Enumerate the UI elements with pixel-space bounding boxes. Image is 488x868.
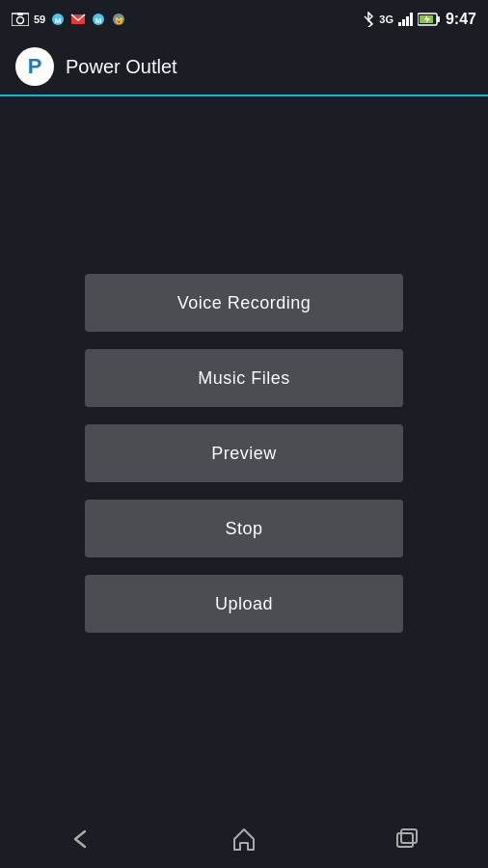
notification-icon-1: M (50, 13, 66, 26)
voice-recording-button[interactable]: Voice Recording (85, 274, 403, 332)
music-files-button[interactable]: Music Files (85, 349, 403, 407)
nav-bar (0, 810, 488, 868)
svg-text:😺: 😺 (115, 16, 123, 25)
main-content: Voice Recording Music Files Preview Stop… (0, 96, 488, 810)
app-bar: P Power Outlet (0, 39, 488, 96)
bluetooth-icon (363, 12, 374, 27)
screenshot-icon (12, 13, 29, 26)
notification-icon-2: M (91, 13, 106, 26)
app-icon-letter: P (28, 54, 42, 79)
upload-button[interactable]: Upload (85, 575, 403, 633)
back-button[interactable] (62, 825, 100, 854)
preview-button[interactable]: Preview (85, 424, 403, 482)
notification-badge: 59 (34, 14, 45, 25)
gmail-icon (70, 13, 86, 26)
status-bar-right: 3G 9:47 (363, 11, 476, 28)
svg-rect-13 (437, 16, 440, 22)
status-bar-left: 59 M M 😺 (12, 13, 126, 26)
svg-rect-2 (17, 13, 23, 15)
svg-rect-15 (401, 829, 417, 843)
svg-text:M: M (55, 16, 62, 25)
recents-button[interactable] (388, 825, 426, 854)
signal-bars (398, 13, 413, 26)
network-type: 3G (379, 14, 393, 25)
svg-text:M: M (95, 16, 102, 25)
battery-icon (418, 13, 441, 26)
svg-rect-14 (397, 833, 413, 847)
home-button[interactable] (225, 825, 263, 854)
status-time: 9:47 (446, 11, 476, 28)
app-icon: P (15, 47, 54, 86)
svg-point-1 (17, 17, 24, 24)
stop-button[interactable]: Stop (85, 500, 403, 557)
notification-icon-3: 😺 (111, 13, 126, 26)
status-bar: 59 M M 😺 3G (0, 0, 488, 39)
app-title: Power Outlet (66, 56, 177, 78)
